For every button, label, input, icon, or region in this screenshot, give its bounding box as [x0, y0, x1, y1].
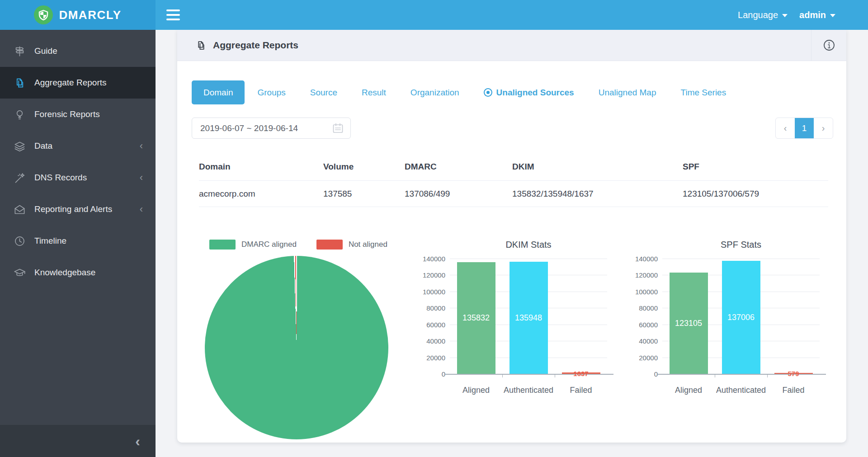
bar-value-label: 135832: [462, 313, 490, 323]
pages-icon: [195, 40, 207, 51]
sidebar-item-guide[interactable]: Guide: [0, 35, 156, 67]
card-header: Aggregate Reports: [177, 30, 846, 61]
user-menu[interactable]: admin: [799, 10, 835, 20]
x-axis-tick: [555, 374, 555, 377]
sidebar-item-label: Aggregate Reports: [34, 78, 107, 88]
date-range-value: 2019-06-07 ~ 2019-06-14: [200, 123, 332, 133]
tab-unaligned-sources[interactable]: Unaligned Sources: [484, 88, 574, 98]
column-header-spf: SPF: [683, 162, 828, 172]
x-category-label: Aligned: [450, 385, 502, 395]
chart-plot-area: 1358321359481637: [450, 259, 607, 374]
bar-value-label: 137006: [727, 313, 755, 322]
pagination-next-button[interactable]: ›: [814, 118, 833, 138]
submenu-chevron-icon[interactable]: ‹: [140, 204, 143, 214]
page-title: Aggregate Reports: [213, 40, 298, 51]
x-category-label: Authenticated: [502, 385, 555, 395]
table-row[interactable]: acmecorp.com 137585 137086/499 135832/13…: [199, 181, 828, 207]
language-label: Language: [738, 10, 778, 20]
cell-spf: 123105/137006/579: [683, 189, 828, 199]
cell-dmarc: 137086/499: [405, 189, 512, 199]
pages-icon: [14, 77, 26, 89]
bar-value-label: 123105: [675, 318, 702, 328]
gridline: [450, 259, 607, 259]
y-tick-label: 40000: [416, 337, 445, 345]
date-range-picker[interactable]: 2019-06-07 ~ 2019-06-14: [192, 118, 351, 139]
report-tabs: Domain Groups Source Result Organization…: [192, 80, 726, 104]
y-tick-label: 80000: [628, 304, 658, 312]
bar-aligned: 123105: [670, 273, 708, 374]
sidebar-item-forensic-reports[interactable]: Forensic Reports: [0, 99, 156, 130]
brand-name: DMARCLY: [59, 8, 121, 22]
legend-swatch-red: [316, 240, 343, 250]
aggregate-reports-card: Aggregate Reports Domain Groups Source: [177, 30, 846, 443]
y-tick-label: 60000: [416, 320, 445, 328]
tab-source[interactable]: Source: [310, 88, 337, 98]
y-tick-label: 20000: [416, 353, 445, 361]
y-tick-label: 140000: [628, 255, 658, 263]
cell-volume: 137585: [323, 189, 405, 199]
gridline: [662, 259, 820, 259]
bar-value-label: 579: [788, 370, 799, 377]
y-tick-label: 120000: [628, 271, 658, 279]
sidebar-item-aggregate-reports[interactable]: Aggregate Reports: [0, 67, 156, 99]
brand-logo-area[interactable]: DMARCLY: [0, 0, 156, 30]
pagination-page-1[interactable]: 1: [795, 118, 814, 138]
cell-domain: acmecorp.com: [199, 189, 323, 199]
x-category-label: Failed: [555, 385, 607, 395]
x-axis-tick: [767, 374, 768, 377]
sidebar-item-label: Timeline: [34, 236, 66, 246]
top-bar: DMARCLY Language admin: [0, 0, 868, 30]
tab-groups[interactable]: Groups: [257, 88, 285, 98]
x-category-label: Failed: [767, 385, 820, 395]
y-tick-label: 80000: [416, 304, 445, 312]
legend-swatch-green: [209, 240, 236, 250]
bar-authenticated: 135948: [509, 262, 548, 374]
sidebar-item-timeline[interactable]: Timeline: [0, 225, 156, 257]
legend-label: DMARC aligned: [241, 240, 297, 249]
bar-authenticated: 137006: [722, 261, 760, 374]
tab-time-series[interactable]: Time Series: [681, 88, 726, 98]
y-tick-label: 100000: [416, 287, 445, 295]
sidebar-item-dns-records[interactable]: DNS Records ‹: [0, 162, 156, 193]
graduation-cap-icon: [14, 267, 26, 279]
pagination: ‹ 1 ›: [775, 118, 833, 139]
sidebar-item-knowledgebase[interactable]: Knowledgebase: [0, 257, 156, 288]
legend-label: Not aligned: [349, 240, 387, 249]
calendar-icon: [332, 122, 344, 134]
dmarc-alignment-pie-chart: [205, 256, 388, 439]
radio-selected-icon: [484, 88, 492, 97]
sidebar-item-reporting-and-alerts[interactable]: Reporting and Alerts ‹: [0, 193, 156, 225]
x-axis-tick: [502, 374, 503, 377]
bar-value-label: 1637: [573, 370, 588, 377]
tab-domain[interactable]: Domain: [192, 80, 245, 104]
bar-aligned: 135832: [457, 262, 495, 374]
y-tick-label: 120000: [416, 271, 445, 279]
table-header-row: Domain Volume DMARC DKIM SPF: [199, 153, 828, 181]
sidebar-collapse-chevron-icon[interactable]: ‹: [135, 434, 140, 448]
language-menu[interactable]: Language: [738, 10, 788, 20]
magic-wand-icon: [14, 172, 26, 184]
legend-item-dmarc-aligned: DMARC aligned: [209, 240, 297, 250]
sidebar-item-data[interactable]: Data ‹: [0, 130, 156, 162]
sidebar-item-label: DNS Records: [34, 173, 87, 183]
info-button[interactable]: [811, 30, 846, 61]
column-header-volume: Volume: [323, 162, 405, 172]
tab-result[interactable]: Result: [362, 88, 386, 98]
column-header-dkim: DKIM: [512, 162, 683, 172]
x-axis-tick: [715, 374, 715, 377]
pie-legend: DMARC aligned Not aligned: [209, 240, 387, 250]
sidebar-toggle-hamburger-icon[interactable]: [166, 9, 180, 20]
submenu-chevron-icon[interactable]: ‹: [140, 141, 143, 151]
y-tick-label: 0: [628, 370, 658, 378]
y-tick-label: 0: [416, 370, 445, 378]
cell-dkim: 135832/135948/1637: [512, 189, 683, 199]
clock-icon: [14, 235, 26, 247]
mail-open-icon: [14, 203, 26, 216]
pagination-prev-button[interactable]: ‹: [776, 118, 795, 138]
submenu-chevron-icon[interactable]: ‹: [140, 173, 143, 183]
dkim-stats-chart: DKIM Stats 02000040000600008000010000012…: [416, 236, 615, 419]
tab-unaligned-map[interactable]: Unaligned Map: [599, 88, 656, 98]
bar-value-label: 135948: [515, 313, 542, 323]
caret-down-icon: [830, 14, 835, 17]
tab-organization[interactable]: Organization: [410, 88, 459, 98]
